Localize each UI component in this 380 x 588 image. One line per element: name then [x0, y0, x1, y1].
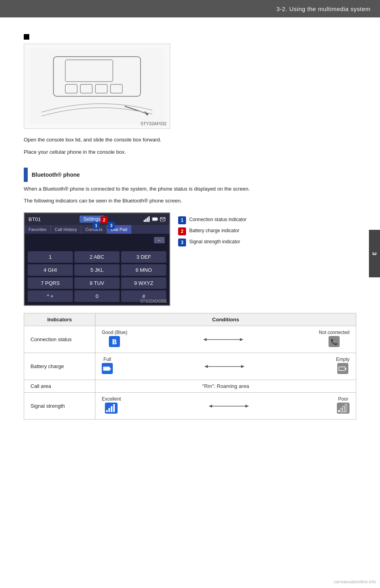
svg-rect-10 [145, 219, 146, 222]
indicators-table: Indicators Conditions Connection status … [24, 313, 356, 420]
cond-excellent: Excellent [102, 396, 121, 416]
signal-arrow [121, 402, 337, 410]
svg-rect-37 [108, 408, 110, 412]
signal-bars-icon [143, 216, 150, 222]
overlay-num-1: 1 [93, 222, 100, 229]
overlay-num-3: 3 [108, 222, 115, 229]
cond-poor-label: Poor [338, 396, 348, 402]
tab-call-history[interactable]: Call History [51, 225, 81, 234]
table-row-callarea: Call area "Rm": Roaming area [24, 380, 356, 393]
bidirectional-arrow-battery [203, 363, 246, 370]
cond-excellent-label: Excellent [102, 396, 121, 402]
svg-rect-28 [104, 367, 109, 370]
svg-rect-38 [111, 406, 112, 412]
num-btn-7[interactable]: 7 PQRS [28, 277, 73, 289]
num-btn-4[interactable]: 4 GHI [28, 264, 73, 276]
svg-text:⚟: ⚟ [112, 339, 117, 346]
conditions-signal-inner: Excellent [102, 396, 350, 416]
indicator-battery-label: Battery charge [24, 353, 95, 380]
phone-screen-row: BT01 Settings [24, 212, 340, 306]
bt-section-title: Bluetooth® phone [32, 172, 80, 178]
website-watermark: carmanualsonline.info [334, 579, 376, 584]
table-row-connection: Connection status Good (Blue) B ⚟ [24, 326, 356, 353]
cond-good: Good (Blue) B ⚟ [102, 329, 127, 349]
battery-full-icon [102, 363, 113, 376]
main-content: STY32AF032 Open the console box lid, and… [0, 17, 364, 429]
num-btn-0[interactable]: 0 [74, 290, 120, 302]
conditions-battery-inner: Full [102, 356, 350, 376]
badge-icon-2: 2 [178, 227, 186, 235]
numbered-badge-row-3: 3 Signal strength indicator [178, 239, 247, 246]
badge-icon-1: 1 [178, 216, 186, 224]
svg-rect-36 [106, 410, 108, 412]
overlay-num-2: 2 [101, 216, 108, 223]
svg-rect-39 [113, 404, 115, 412]
cond-good-label: Good (Blue) [102, 330, 127, 335]
phone-header-icons [143, 216, 165, 222]
phone-numpad: 1 2 ABC 3 DEF 4 GHI 5 JKL 6 MNO 7 PQRS 8… [25, 250, 169, 305]
num-btn-2[interactable]: 2 ABC [74, 251, 120, 263]
phone-back-btn[interactable]: ← [154, 237, 165, 243]
bidirectional-arrow-signal [207, 402, 251, 410]
svg-marker-22 [240, 338, 243, 341]
num-btn-star[interactable]: * + [28, 290, 73, 302]
bt-section-header: Bluetooth® phone [24, 168, 340, 182]
num-btn-8[interactable]: 8 TUV [74, 277, 120, 289]
badge-label-3: Signal strength indicator [189, 239, 240, 245]
numbered-badge-row-1: 1 Connection status indicator [178, 216, 247, 224]
message-icon [160, 217, 165, 221]
badge-label-1: Connection status indicator [189, 216, 247, 223]
screen-image-label: STS32AD030E [140, 299, 167, 304]
svg-marker-31 [241, 365, 244, 368]
cond-empty: Empty [336, 356, 350, 376]
num-btn-5[interactable]: 5 JKL [74, 264, 120, 276]
phone-nc-icon: 📞 [319, 336, 350, 349]
table-row-signal: Signal strength Excellent [24, 393, 356, 420]
table-row-battery: Battery charge Full [24, 353, 356, 380]
num-btn-1[interactable]: 1 [28, 251, 73, 263]
bt-good-icon: B ⚟ [102, 336, 127, 349]
signal-poor-icon [337, 403, 350, 416]
svg-rect-44 [338, 410, 340, 412]
chapter-tab: 3 [369, 230, 380, 277]
indicator-signal-label: Signal strength [24, 393, 95, 420]
conditions-signal: Excellent [95, 393, 356, 420]
chapter-number: 3 [371, 252, 378, 255]
battery-icon [152, 217, 158, 221]
num-btn-3[interactable]: 3 DEF [121, 251, 166, 263]
conditions-callarea: "Rm": Roaming area [95, 380, 356, 393]
svg-text:📞: 📞 [331, 338, 338, 346]
conditions-connection-inner: Good (Blue) B ⚟ [102, 329, 350, 349]
cond-callarea-text: "Rm": Roaming area [202, 383, 249, 389]
cond-poor: Poor [337, 396, 350, 416]
bt-desc-1: When a Bluetooth® phone is connected to … [24, 185, 340, 193]
svg-rect-27 [110, 368, 111, 370]
tab-favorites[interactable]: Favorites [25, 225, 51, 234]
page-title: 3-2. Using the multimedia system [276, 6, 370, 12]
connection-arrow [127, 336, 319, 344]
badge-label-2: Battery charge indicator [189, 227, 239, 234]
conditions-connection: Good (Blue) B ⚟ [95, 326, 356, 353]
conditions-battery: Full [95, 353, 356, 380]
num-btn-9[interactable]: 9 WXYZ [121, 277, 166, 289]
svg-rect-11 [147, 218, 148, 222]
cond-not-connected: Not connected 📞 [319, 329, 350, 349]
section-indicator [24, 34, 340, 40]
svg-rect-34 [345, 368, 346, 370]
body-text-2: Place your cellular phone in the console… [24, 148, 340, 157]
num-btn-6[interactable]: 6 MNO [121, 264, 166, 276]
cond-not-connected-label: Not connected [319, 330, 350, 335]
phone-bt-name: BT01 [28, 216, 41, 222]
overlay-badge-2: 2 [101, 216, 108, 223]
bt-desc-2: The following indicators can be seen in … [24, 197, 340, 205]
svg-marker-21 [203, 338, 207, 341]
bidirectional-arrow-connection [201, 336, 245, 344]
phone-back-row: ← [25, 234, 169, 246]
body-text-1: Open the console box lid, and slide the … [24, 136, 340, 144]
signal-excellent-icon [102, 403, 121, 416]
phone-screen-box: BT01 Settings [24, 212, 170, 306]
svg-rect-14 [157, 218, 158, 220]
svg-rect-15 [153, 218, 157, 220]
numbered-labels: 1 Connection status indicator 2 Battery … [178, 216, 247, 246]
svg-marker-42 [245, 405, 249, 408]
